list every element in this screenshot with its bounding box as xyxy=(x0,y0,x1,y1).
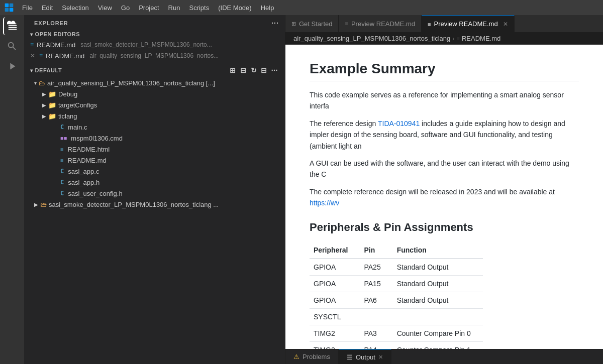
sasi-user-config-label: sasi_user_config.h xyxy=(68,190,122,197)
open-editor-item-1[interactable]: ≡ README.md sasi_smoke_detector_LP_MSPM0… xyxy=(24,39,285,50)
sasi-app-c-label: sasi_app.c xyxy=(68,168,99,175)
table-row: GPIOAPA15Standard Output xyxy=(310,275,483,292)
table-cell-2: Standard Output xyxy=(393,259,483,276)
preview-tida-link[interactable]: TIDA-010941 xyxy=(378,119,420,128)
tree-sasi-app-c[interactable]: C sasi_app.c xyxy=(24,166,285,177)
tree-main-c[interactable]: C main.c xyxy=(24,122,285,133)
main-c-icon: C xyxy=(60,124,64,131)
tree-ticlang[interactable]: ▶ 📁 ticlang xyxy=(24,110,285,122)
sasi-app-h-label: sasi_app.h xyxy=(68,179,99,186)
tree-targetconfigs[interactable]: ▶ 📁 targetConfigs xyxy=(24,99,285,110)
tree-readme-md[interactable]: ≡ README.md xyxy=(24,155,285,166)
preview-para2: The reference design TIDA-010941 include… xyxy=(310,118,579,152)
table-row: TIMG2PA3Counter Compare Pin 0 xyxy=(310,325,483,341)
targetconfigs-folder-icon: 📁 xyxy=(48,101,56,109)
tree-sasi-app-h[interactable]: C sasi_app.h xyxy=(24,177,285,188)
menu-file[interactable]: File xyxy=(18,3,37,13)
collapse-icon[interactable]: ⊟ xyxy=(260,65,268,75)
tab-get-started[interactable]: ⊞ Get Started xyxy=(285,15,339,33)
menu-project[interactable]: Project xyxy=(135,3,163,13)
tree-second-root[interactable]: ▶ 🗁 sasi_smoke_detector_LP_MSPM0L1306_no… xyxy=(24,199,285,210)
activity-search[interactable] xyxy=(3,37,21,55)
tree-debug[interactable]: ▶ 📁 Debug xyxy=(24,88,285,99)
tree-sasi-user-config[interactable]: C sasi_user_config.h xyxy=(24,188,285,199)
sasi-user-config-icon: C xyxy=(60,190,64,197)
menu-go[interactable]: Go xyxy=(117,3,134,13)
menu-run[interactable]: Run xyxy=(164,3,184,13)
menu-scripts[interactable]: Scripts xyxy=(185,3,213,13)
output-close-icon[interactable]: ✕ xyxy=(378,354,383,360)
preview-url-link[interactable]: https://wv xyxy=(310,199,339,207)
cmd-label: mspm0l1306.cmd xyxy=(71,135,123,142)
readme-html-label: README.html xyxy=(67,146,110,153)
tab-close-icon[interactable]: ✕ xyxy=(503,21,508,28)
open-editor-name-1: README.md xyxy=(37,41,75,49)
panel-problems[interactable]: ⚠ Problems xyxy=(285,349,339,365)
breadcrumb: air_quality_sensing_LP_MSPM0L1306_nortos… xyxy=(285,33,603,45)
menu-help[interactable]: Help xyxy=(257,3,278,13)
tab-get-started-label: Get Started xyxy=(299,20,332,28)
col-pin: Pin xyxy=(360,242,392,259)
debug-folder-icon: 📁 xyxy=(48,90,56,98)
table-cell-1: PA6 xyxy=(360,292,392,308)
open-editor-item-2[interactable]: ✕ ≡ README.md air_quality_sensing_LP_MSP… xyxy=(24,50,285,61)
tree-cmd[interactable]: ■■ mspm0l1306.cmd xyxy=(24,133,285,144)
targetconfigs-chevron: ▶ xyxy=(42,102,46,108)
get-started-icon: ⊞ xyxy=(291,21,296,27)
tab-preview-readme-2[interactable]: ≡ Preview README.md ✕ xyxy=(422,15,515,33)
tab-bar: ⊞ Get Started ≡ Preview README.md ≡ Prev… xyxy=(285,15,603,33)
open-editor-path-2: air_quality_sensing_LP_MSPM0L1306_nortos… xyxy=(89,52,219,59)
menu-view[interactable]: View xyxy=(94,3,116,13)
main-c-label: main.c xyxy=(68,124,87,131)
breadcrumb-folder[interactable]: air_quality_sensing_LP_MSPM0L1306_nortos… xyxy=(293,35,450,42)
menu-selection[interactable]: Selection xyxy=(58,3,92,13)
default-label: DEFAULT xyxy=(35,67,62,73)
readme-html-icon: ≡ xyxy=(60,146,63,152)
table-cell-0: GPIOA xyxy=(310,292,360,308)
table-cell-1: PA25 xyxy=(360,259,392,276)
second-root-chevron: ▶ xyxy=(34,202,38,207)
debug-label: Debug xyxy=(58,90,77,98)
panel-output[interactable]: ☰ Output ✕ xyxy=(339,349,391,365)
main-container: EXPLORER ··· ▾ OPEN EDITORS ≡ README.md … xyxy=(0,15,603,364)
activity-explorer[interactable] xyxy=(3,17,21,35)
preview-para1: This code example serves as a reference … xyxy=(310,89,579,112)
table-cell-0: TIMG2 xyxy=(310,325,360,341)
breadcrumb-sep: › xyxy=(452,35,454,42)
preview-section2-title: Peripherals & Pin Assignments xyxy=(310,221,579,234)
table-cell-0: GPIOA xyxy=(310,259,360,276)
new-file-icon[interactable]: ⊞ xyxy=(229,65,237,75)
sidebar-more-icon[interactable]: ··· xyxy=(271,19,279,27)
open-editor-name-2: README.md xyxy=(46,52,84,60)
table-cell-0: TIMG2 xyxy=(310,341,360,349)
root-chevron: ▾ xyxy=(34,80,37,86)
new-folder-icon[interactable]: ⊟ xyxy=(239,65,248,75)
breadcrumb-file-icon: ≡ xyxy=(457,36,460,42)
menu-edit[interactable]: Edit xyxy=(38,3,57,13)
preview-para3: A GUI can be used with the software, and… xyxy=(310,158,579,180)
default-section[interactable]: ▾ DEFAULT ⊞ ⊟ ↻ ⊟ ··· xyxy=(24,63,285,77)
tree-readme-html[interactable]: ≡ README.html xyxy=(24,144,285,155)
output-icon: ☰ xyxy=(347,353,353,361)
app-icon xyxy=(4,3,14,13)
open-editor-close-2[interactable]: ✕ xyxy=(30,52,35,59)
targetconfigs-label: targetConfigs xyxy=(58,101,97,109)
tree-root-folder[interactable]: ▾ 🗁 air_quality_sensing_LP_MSPM0L1306_no… xyxy=(24,77,285,88)
table-cell-0: SYSCTL xyxy=(310,308,360,325)
table-cell-1: PA4 xyxy=(360,341,392,349)
svg-rect-3 xyxy=(10,8,14,12)
col-function: Function xyxy=(393,242,483,259)
warning-icon: ⚠ xyxy=(293,353,299,360)
menubar: File Edit Selection View Go Project Run … xyxy=(0,0,603,15)
tab-preview-readme-1-label: Preview README.md xyxy=(351,20,415,28)
breadcrumb-file[interactable]: README.md xyxy=(462,35,500,42)
menu-ide-mode[interactable]: (IDE Mode) xyxy=(214,3,255,13)
preview-para4-prefix: The complete reference design will be re… xyxy=(310,188,555,196)
open-editors-section[interactable]: ▾ OPEN EDITORS xyxy=(24,29,285,39)
refresh-icon[interactable]: ↻ xyxy=(250,65,258,75)
tab-preview-readme-1[interactable]: ≡ Preview README.md xyxy=(339,15,422,33)
peripherals-table: Peripheral Pin Function GPIOAPA25Standar… xyxy=(310,242,483,349)
activity-run[interactable] xyxy=(3,57,21,75)
default-more-icon[interactable]: ··· xyxy=(270,65,279,75)
open-editors-label: OPEN EDITORS xyxy=(35,31,80,37)
